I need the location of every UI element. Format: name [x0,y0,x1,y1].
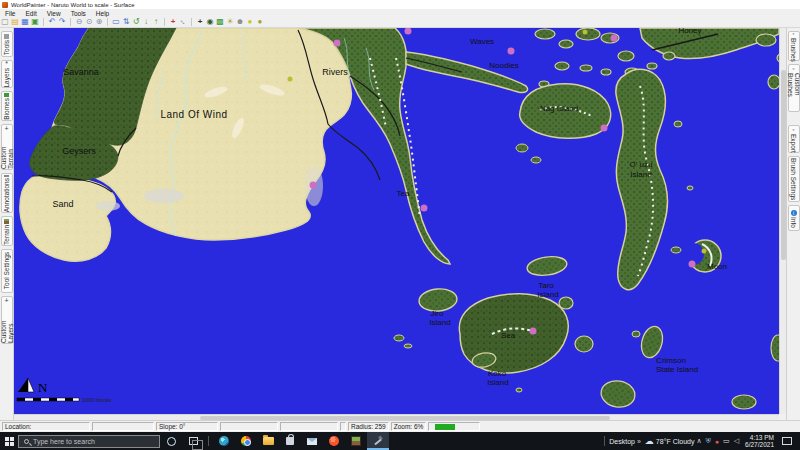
undo-icon[interactable]: ↶ [47,17,57,27]
menu-file[interactable]: File [0,10,20,17]
label-taro-2: Island [537,290,558,299]
shift-up-icon[interactable]: ↑ [151,17,161,27]
action-center-icon[interactable] [782,437,792,445]
tab-brushes[interactable]: ◦ Brushes [788,31,800,61]
tray-display-icon[interactable]: ▭ [723,437,730,445]
location-field: Location: [2,422,90,431]
tab-custom-layers[interactable]: + Custom Layers [1,296,13,344]
taskbar-divider [604,436,605,446]
dock-gap [787,112,800,122]
layers-icon: * [5,61,8,67]
tab-terrain[interactable]: Terrain [1,216,13,246]
mail-button[interactable] [301,432,323,450]
menu-tools[interactable]: Tools [66,10,91,17]
store-icon [286,437,294,445]
status-bar: Location: Slope: 0° Radius: 259 Zoom: 6% [0,420,800,432]
file-explorer-button[interactable] [257,432,279,450]
tab-export[interactable]: ◦ Export [788,125,800,153]
task-view-button[interactable] [182,432,204,450]
label-koko-2: Island [487,378,508,387]
save-world-icon[interactable]: ▦ [20,17,30,27]
tab-brush-settings[interactable]: Brush Settings [788,156,800,202]
zoom-in-icon[interactable]: ⊕ [94,17,104,27]
start-button[interactable] [0,432,18,450]
night-icon[interactable]: ● [255,17,265,27]
clock-date: 6/27/2021 [745,441,774,448]
worldpainter-brush-icon [373,435,383,445]
menu-bar: File Edit View Tools Help [0,9,800,17]
mail-icon [307,438,317,445]
scale-text: 1000 blocks [82,397,112,403]
tab-biomes[interactable]: Biomes [1,91,13,121]
toolbar-overflow-icon[interactable]: » [637,438,641,445]
weather-text[interactable]: 78°F Cloudy [656,438,695,445]
tray-alert-icon[interactable]: ● [715,438,719,445]
tab-layers[interactable]: * Layers [1,60,13,88]
grid-view-icon[interactable]: ▭ [111,17,121,27]
menu-view[interactable]: View [42,10,66,17]
search-placeholder: Type here to search [33,438,95,445]
minecraft-button[interactable] [345,432,367,450]
open-world-icon[interactable]: ▤ [10,17,20,27]
new-world-icon[interactable]: ▢ [0,17,10,27]
grass-block-icon [4,219,9,224]
menu-edit[interactable]: Edit [20,10,41,17]
label-sea: Sea [501,331,516,340]
day-icon[interactable]: ● [245,17,255,27]
vertical-scrollbar-thumb[interactable] [781,70,786,260]
taskbar-search-input[interactable]: Type here to search [18,435,160,448]
taskbar-tray: Desktop » ☁ 78°F Cloudy ∧ ⛨ ● ▭ ◁ 4:13 P… [600,434,800,448]
clock[interactable]: 4:13 PM 6/27/2021 [745,434,774,448]
label-tea: Tea [397,189,410,198]
desktop-toolbar-label[interactable]: Desktop [609,438,635,445]
tab-tools[interactable]: Tools [1,31,13,57]
marker-pink [601,125,608,132]
tab-annotations[interactable]: Annotations [1,173,13,213]
dot-icon: ◦ [792,31,794,37]
file-explorer-icon [263,437,274,445]
zoom-out-icon[interactable]: ⊖ [74,17,84,27]
zoom-reset-icon[interactable]: ⊙ [84,17,94,27]
worldpainter-taskbar-button[interactable] [367,432,389,450]
tray-caret-icon[interactable]: ∧ [696,437,701,445]
shift-down-icon[interactable]: ↓ [141,17,151,27]
player-icon[interactable]: ☻ [235,17,245,27]
lighting-icon[interactable]: ☀ [225,17,235,27]
wrench-icon [4,34,9,39]
rotate-ccw-icon[interactable]: ↺ [131,17,141,27]
cortana-button[interactable] [160,432,182,450]
store-button[interactable] [279,432,301,450]
tray-volume-icon[interactable]: ◁ [734,437,739,445]
tab-custom-terrain[interactable]: + Custom Terrain [1,124,13,170]
label-crimson-2: State Island [656,365,698,374]
tab-tool-settings[interactable]: Tool Settings [1,249,13,293]
cortana-icon [167,437,176,446]
label-nag-island: Nag Island [540,104,578,113]
marker-pink [334,40,341,47]
redo-icon[interactable]: ↷ [57,17,67,27]
map-canvas[interactable]: Savanna Land Of Wind Rivers Geysers Sand… [14,28,779,414]
export-world-icon[interactable]: ▣ [30,17,40,27]
world-settings-icon[interactable]: ◉ [205,17,215,27]
taskbar-divider [208,436,209,446]
vertical-scrollbar[interactable] [779,28,786,414]
taskbar: Type here to search Desktop » ☁ 78°F Clo… [0,432,800,450]
clock-time: 4:13 PM [745,434,774,441]
fit-to-window-icon[interactable]: ↔ [176,15,190,29]
marker-pink [421,205,428,212]
label-crimson-1: Crimson [656,356,686,365]
cloud-icon: ☁ [645,436,654,446]
image-overlay-icon[interactable]: ▩ [215,17,225,27]
swap-view-icon[interactable]: ⇅ [121,17,131,27]
brave-button[interactable] [323,432,345,450]
tray-shield-icon[interactable]: ⛨ [706,437,711,445]
add-dimension-icon[interactable]: + [195,17,205,27]
chrome-button[interactable] [235,432,257,450]
toolbar-separator [191,18,192,26]
edge-button[interactable] [213,432,235,450]
tab-info[interactable]: i Info [788,205,800,231]
menu-help[interactable]: Help [91,10,114,17]
tab-custom-brushes[interactable]: ◦ Custom Brushes [788,64,800,112]
title-bar: WorldPainter - Naruto World to scale - S… [0,0,800,9]
toolbar: ▢ ▤ ▦ ▣ ↶ ↷ ⊖ ⊙ ⊕ ▭ ⇅ ↺ ↓ ↑ + ↔ + ◉ ▩ ☀ … [0,17,800,28]
